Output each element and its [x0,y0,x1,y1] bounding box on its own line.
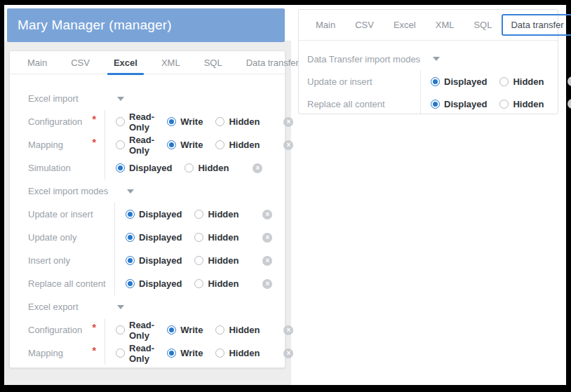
radio-hidden[interactable]: Hidden [215,140,260,150]
tab-sql[interactable]: SQL [192,51,234,74]
tab-excel[interactable]: Excel [384,10,426,40]
field-row-replace-all-content: Replace all content Displayed Hidden × [307,93,549,115]
radio-read-only[interactable]: Read-Only [116,111,154,133]
section-header-excel-import[interactable]: Excel import [28,87,271,110]
clear-icon[interactable]: × [262,233,272,243]
field-row-configuration: Configuration * Read-Only Write Hidden × [28,318,271,342]
radio-write[interactable]: Write [167,348,203,358]
clear-icon[interactable]: × [262,210,272,219]
field-row-mapping: Mapping * Read-Only Write Hidden × [28,133,271,156]
radio-hidden[interactable]: Hidden [215,348,260,358]
tab-excel[interactable]: Excel [102,51,149,74]
clear-icon[interactable]: × [262,256,272,266]
field-controls: Displayed Hidden × [420,70,571,93]
clear-icon[interactable]: × [253,163,262,173]
clear-icon[interactable]: × [283,117,293,127]
chevron-down-icon [117,97,124,101]
radio-displayed[interactable]: Displayed [116,163,172,173]
radio-label: Hidden [513,76,544,87]
section-header-excel-export[interactable]: Excel export [28,295,271,318]
radio-label: Hidden [208,278,239,289]
field-label-text: Insert only [28,255,70,266]
radio-label: Displayed [139,255,182,266]
clear-icon[interactable]: × [283,325,293,335]
field-label-text: Configuration [28,116,82,127]
field-label-text: Mapping [28,140,63,150]
section-header-data-transfer-import-modes[interactable]: Data Transfer import modes [307,48,549,70]
radio-hidden[interactable]: Hidden [499,76,544,87]
radio-label: Read-Only [129,135,154,156]
radio-hidden[interactable]: Hidden [215,325,260,335]
radio-hidden[interactable]: Hidden [184,163,229,173]
radio-displayed[interactable]: Displayed [431,76,487,87]
field-controls: Read-Only Write Hidden × [105,342,293,365]
field-row-insert-only: Insert only Displayed Hidden × [28,249,271,272]
radio-write[interactable]: Write [167,140,203,150]
field-label: Replace all content [28,272,114,295]
section-header-label: Excel export [28,302,116,312]
chevron-down-icon [433,57,440,61]
clear-icon[interactable]: × [262,279,272,289]
field-controls: Read-Only Write Hidden × [105,110,293,133]
tab-xml[interactable]: XML [426,10,464,40]
radio-label: Hidden [229,140,260,150]
radio-displayed[interactable]: Displayed [126,232,182,243]
field-label: Mapping * [28,342,105,365]
radio-hidden[interactable]: Hidden [194,232,239,243]
radio-icon [184,163,194,173]
clear-icon[interactable]: × [283,140,293,150]
radio-icon [167,325,176,334]
tab-csv[interactable]: CSV [59,51,102,74]
field-label: Simulation [28,156,105,180]
field-row-mapping: Mapping * Read-Only Write Hidden × [28,342,271,365]
radio-icon [116,163,125,173]
radio-read-only[interactable]: Read-Only [116,343,154,364]
radio-displayed[interactable]: Displayed [126,255,182,266]
clear-icon[interactable]: × [567,99,571,109]
radio-hidden[interactable]: Hidden [215,116,260,127]
radio-icon [215,349,224,358]
radio-icon [194,279,203,288]
radio-icon [215,140,224,149]
field-label-text: Update or insert [307,76,372,87]
tab-xml[interactable]: XML [149,51,192,74]
clear-icon[interactable]: × [283,349,293,358]
field-label: Update only [28,226,114,249]
radio-hidden[interactable]: Hidden [194,278,239,289]
radio-displayed[interactable]: Displayed [431,99,487,109]
radio-hidden[interactable]: Hidden [194,209,239,219]
radio-write[interactable]: Write [167,325,203,335]
radio-icon [126,233,135,242]
radio-hidden[interactable]: Hidden [194,255,239,266]
page-title: Mary Manager (manager) [18,18,172,33]
radio-icon [126,256,135,265]
radio-displayed[interactable]: Displayed [126,278,182,289]
field-row-configuration: Configuration * Read-Only Write Hidden × [28,110,271,133]
tab-sql[interactable]: SQL [464,10,502,40]
tab-main[interactable]: Main [15,51,59,74]
tab-csv[interactable]: CSV [345,10,384,40]
radio-icon [167,349,176,358]
radio-read-only[interactable]: Read-Only [116,135,154,156]
radio-icon [194,256,203,265]
radio-label: Hidden [229,348,260,358]
field-label: Configuration * [28,110,105,133]
radio-hidden[interactable]: Hidden [499,99,544,109]
field-label: Update or insert [28,203,114,226]
field-controls: Displayed Hidden × [114,249,272,272]
tab-data-transfer[interactable]: Data transfer [502,14,571,36]
radio-write[interactable]: Write [167,116,203,127]
section-header-label: Excel import modes [28,186,126,196]
field-label-text: Mapping [28,348,63,358]
section-header-excel-import-modes[interactable]: Excel import modes [28,180,271,203]
clear-icon[interactable]: × [567,76,571,86]
tab-main[interactable]: Main [306,10,345,40]
radio-icon [126,210,135,219]
field-label-text: Update or insert [28,209,93,219]
radio-displayed[interactable]: Displayed [126,209,182,219]
radio-read-only[interactable]: Read-Only [116,320,154,341]
right-tab-bar: MainCSVExcelXMLSQLData transfer [299,10,558,41]
field-label-text: Update only [28,232,76,243]
field-row-replace-all-content: Replace all content Displayed Hidden × [28,272,271,295]
radio-label: Displayed [444,76,487,87]
